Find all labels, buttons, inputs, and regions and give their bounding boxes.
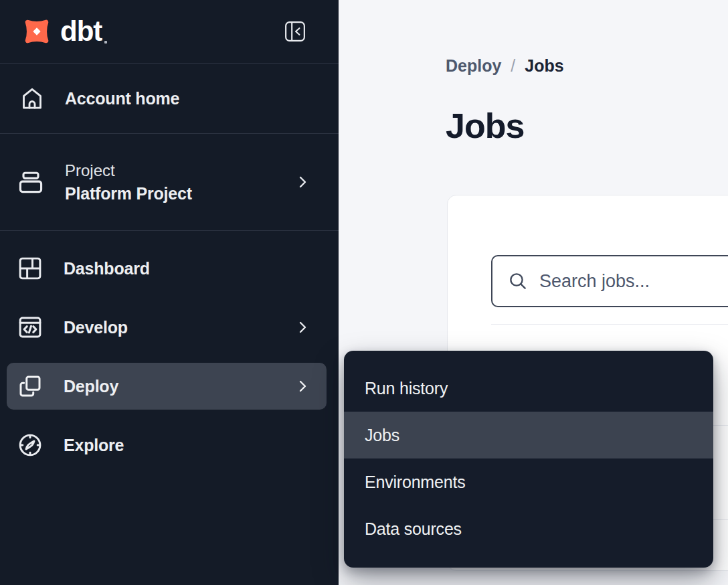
collapse-sidebar-icon bbox=[284, 21, 306, 42]
home-icon bbox=[19, 84, 46, 113]
sidebar-header: dbt bbox=[0, 0, 339, 64]
logo-text: dbt bbox=[60, 15, 102, 48]
menu-item-environments[interactable]: Environments bbox=[344, 458, 713, 505]
breadcrumb-current: Jobs bbox=[525, 56, 563, 76]
search-input[interactable] bbox=[539, 271, 728, 292]
code-window-icon bbox=[16, 313, 44, 341]
sidebar-item-dashboard[interactable]: Dashboard bbox=[7, 245, 327, 292]
deploy-icon bbox=[16, 372, 44, 400]
sidebar-item-label: Explore bbox=[64, 436, 124, 455]
collapse-sidebar-button[interactable] bbox=[284, 20, 306, 43]
project-name: Platform Project bbox=[65, 184, 192, 203]
project-text: Project Platform Project bbox=[65, 161, 192, 203]
breadcrumb-link-deploy[interactable]: Deploy bbox=[446, 56, 501, 76]
breadcrumb: Deploy / Jobs bbox=[446, 56, 564, 76]
menu-item-run-history[interactable]: Run history bbox=[344, 365, 713, 412]
compass-icon bbox=[16, 431, 44, 459]
breadcrumb-separator: / bbox=[511, 56, 515, 76]
sidebar-item-project[interactable]: Project Platform Project bbox=[0, 134, 339, 231]
sidebar: dbt Account home bbox=[0, 0, 339, 585]
deploy-flyout-menu: Run history Jobs Environments Data sourc… bbox=[344, 351, 713, 568]
sidebar-item-deploy[interactable]: Deploy bbox=[7, 363, 327, 410]
chevron-right-icon bbox=[294, 319, 310, 336]
sidebar-item-label: Develop bbox=[64, 318, 128, 337]
sidebar-item-label: Dashboard bbox=[64, 259, 150, 278]
page-title: Jobs bbox=[446, 106, 524, 146]
menu-item-data-sources[interactable]: Data sources bbox=[344, 505, 713, 552]
sidebar-nav-group: Dashboard Develop bbox=[0, 231, 339, 481]
project-icon bbox=[16, 167, 46, 197]
chevron-right-icon bbox=[294, 378, 310, 395]
search-box bbox=[491, 255, 728, 307]
dbt-logo-icon bbox=[17, 12, 56, 51]
sidebar-item-label: Deploy bbox=[64, 377, 118, 396]
grid-icon bbox=[16, 254, 44, 282]
sidebar-item-account-home[interactable]: Account home bbox=[0, 64, 339, 134]
sidebar-item-label: Account home bbox=[65, 89, 179, 108]
menu-item-jobs[interactable]: Jobs bbox=[344, 412, 713, 458]
project-eyebrow: Project bbox=[65, 161, 192, 180]
main-content: Deploy / Jobs Jobs Run history Jobs Envi… bbox=[339, 0, 728, 585]
card-divider bbox=[491, 324, 728, 325]
search-icon bbox=[507, 270, 529, 292]
sidebar-item-develop[interactable]: Develop bbox=[7, 304, 327, 351]
sidebar-item-explore[interactable]: Explore bbox=[7, 422, 327, 469]
chevron-right-icon bbox=[294, 173, 310, 191]
